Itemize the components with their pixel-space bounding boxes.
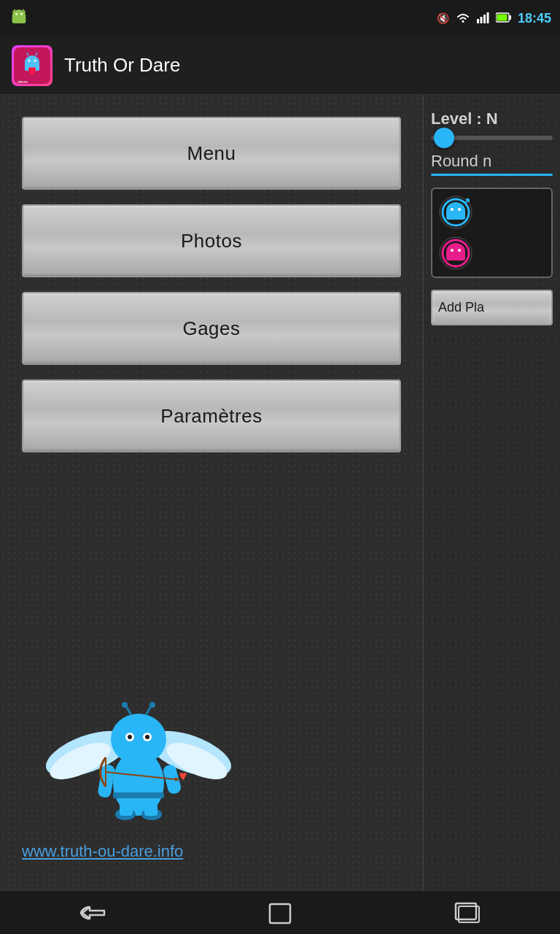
mascot-svg	[29, 684, 248, 830]
status-left	[9, 8, 29, 28]
home-button[interactable]	[251, 898, 309, 927]
app-bar: TRUTH Truth Or Dare	[0, 36, 560, 95]
svg-rect-58	[446, 252, 465, 260]
right-panel: Level : N Round n	[423, 95, 560, 890]
female-player-row[interactable]	[438, 236, 545, 271]
slider-track[interactable]	[431, 136, 553, 140]
photos-button[interactable]: Photos	[22, 204, 401, 277]
svg-rect-49	[446, 211, 465, 220]
svg-rect-45	[113, 792, 164, 798]
svg-point-27	[111, 714, 166, 765]
female-icon	[438, 236, 473, 271]
add-player-button[interactable]: Add Pla	[431, 290, 553, 325]
round-label: Round n	[431, 152, 553, 171]
svg-rect-10	[486, 12, 489, 23]
back-icon	[75, 901, 112, 925]
mascot-container	[22, 677, 255, 838]
svg-point-2	[15, 13, 18, 15]
app-icon: TRUTH	[12, 45, 52, 86]
gages-button[interactable]: Gages	[22, 292, 401, 365]
svg-rect-7	[477, 19, 479, 23]
svg-point-31	[145, 735, 149, 739]
mute-icon: 🔇	[437, 12, 449, 24]
main-content: Menu Photos Gages Paramètres	[0, 95, 560, 890]
svg-point-6	[462, 20, 464, 23]
svg-rect-9	[483, 15, 486, 23]
svg-point-33	[122, 702, 128, 708]
svg-point-59	[451, 249, 454, 252]
home-icon	[267, 900, 293, 926]
svg-point-51	[458, 208, 461, 211]
svg-rect-8	[480, 17, 482, 23]
recents-button[interactable]	[438, 898, 496, 927]
svg-rect-63	[270, 904, 290, 923]
status-bar: 🔇 18:45	[0, 0, 560, 36]
level-label: Level : N	[431, 109, 553, 128]
svg-point-60	[458, 249, 461, 252]
svg-line-34	[146, 706, 151, 715]
status-right: 🔇 18:45	[437, 11, 551, 26]
svg-rect-39	[144, 800, 158, 816]
svg-rect-38	[120, 800, 133, 816]
svg-point-3	[20, 13, 23, 15]
slider-thumb[interactable]	[434, 128, 454, 148]
signal-icon	[477, 12, 490, 26]
svg-text:TRUTH: TRUTH	[18, 80, 28, 84]
website-link[interactable]: www.truth-ou-dare.info	[22, 842, 183, 861]
players-box	[431, 188, 553, 278]
app-title: Truth Or Dare	[64, 54, 180, 77]
left-panel: Menu Photos Gages Paramètres	[0, 95, 423, 890]
svg-point-18	[34, 59, 36, 61]
svg-point-50	[451, 208, 454, 211]
round-section: Round n	[431, 152, 553, 176]
male-icon	[438, 195, 473, 230]
svg-rect-1	[12, 16, 26, 24]
parametres-button[interactable]: Paramètres	[22, 379, 401, 452]
svg-point-17	[28, 59, 31, 61]
back-button[interactable]	[64, 898, 122, 927]
svg-rect-13	[497, 14, 507, 20]
level-section: Level : N	[431, 109, 553, 140]
recents-icon	[451, 900, 482, 926]
battery-icon	[496, 12, 512, 25]
male-player-row[interactable]	[438, 195, 545, 230]
svg-line-32	[126, 706, 131, 715]
android-status-icon	[9, 8, 29, 28]
menu-button[interactable]: Menu	[22, 117, 401, 190]
svg-point-35	[149, 702, 155, 708]
slider-container[interactable]	[431, 136, 553, 140]
round-underline	[431, 174, 553, 176]
nav-bar	[0, 890, 560, 934]
svg-point-30	[128, 735, 132, 739]
svg-rect-12	[509, 15, 511, 20]
time-display: 18:45	[518, 11, 551, 26]
bottom-section: www.truth-ou-dare.info	[22, 677, 401, 868]
wifi-icon	[455, 12, 471, 26]
